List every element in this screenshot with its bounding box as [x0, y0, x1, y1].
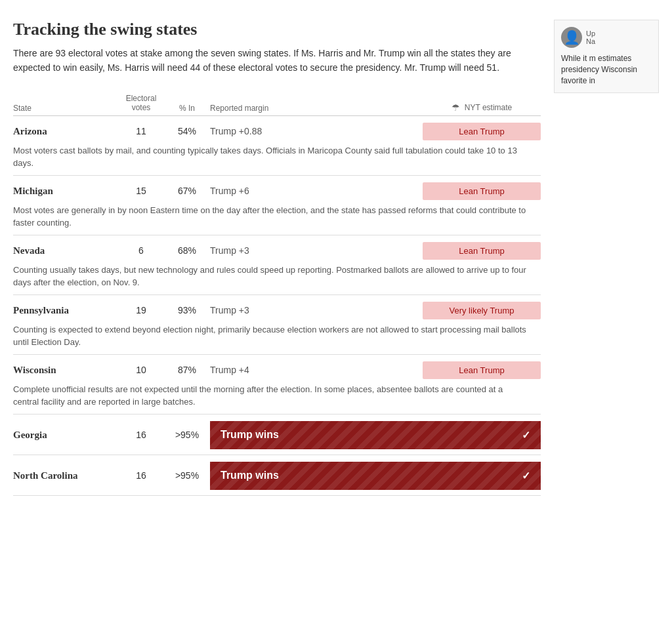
- state-row: Wisconsin 10 87% Trump +4 Lean Trump Com…: [13, 355, 541, 415]
- state-name: Pennsylvania: [13, 305, 118, 316]
- state-main-row: Georgia 16 >95% Trump wins ✓: [13, 421, 541, 449]
- lean-trump-badge: Lean Trump: [423, 361, 541, 379]
- state-pct: 87%: [164, 365, 210, 375]
- state-ev: 10: [118, 365, 164, 375]
- state-name: Georgia: [13, 430, 118, 441]
- state-estimate-cell: Very likely Trump: [423, 302, 541, 319]
- page-title: Tracking the swing states: [13, 20, 541, 39]
- state-note: Complete unofficial results are not expe…: [13, 383, 541, 409]
- state-margin: Trump +3: [210, 245, 423, 256]
- trump-wins-cell: Trump wins ✓: [210, 421, 541, 449]
- th-electoral-votes: Electoral votes: [118, 94, 164, 113]
- sidebar: 👤 Up Na While it m estimates presidency …: [554, 20, 659, 93]
- table-header: State Electoral votes % In Reported marg…: [13, 91, 541, 116]
- state-row: Michigan 15 67% Trump +6 Lean Trump Most…: [13, 176, 541, 235]
- state-ev: 16: [118, 470, 164, 481]
- checkmark-icon: ✓: [522, 470, 530, 482]
- lean-trump-badge: Lean Trump: [423, 242, 541, 260]
- sidebar-description: While it m estimates presidency Wisconsi…: [561, 53, 652, 86]
- state-ev: 11: [118, 126, 164, 136]
- state-pct: >95%: [164, 430, 210, 440]
- states-table: Arizona 11 54% Trump +0.88 Lean Trump Mo…: [13, 116, 541, 496]
- state-name: Arizona: [13, 126, 118, 137]
- trump-wins-text: Trump wins: [220, 470, 279, 481]
- state-note: Counting is expected to extend beyond el…: [13, 323, 541, 349]
- trump-wins-text: Trump wins: [220, 429, 279, 441]
- trump-wins-bar: Trump wins ✓: [210, 462, 541, 490]
- state-row: Georgia 16 >95% Trump wins ✓: [13, 415, 541, 455]
- state-pct: 54%: [164, 126, 210, 136]
- th-nyt-estimate: ☂ NYT estimate: [423, 102, 541, 113]
- state-note: Counting usually takes days, but new tec…: [13, 264, 541, 289]
- state-estimate-cell: Lean Trump: [423, 123, 541, 140]
- state-pct: 68%: [164, 245, 210, 256]
- state-name: Wisconsin: [13, 365, 118, 376]
- th-state: State: [13, 104, 118, 113]
- intro-text: There are 93 electoral votes at stake am…: [13, 46, 541, 75]
- state-margin: Trump +6: [210, 186, 423, 196]
- state-name: Michigan: [13, 186, 118, 197]
- state-margin: Trump +0.88: [210, 126, 423, 136]
- lean-trump-badge: Lean Trump: [423, 182, 541, 200]
- very-likely-trump-badge: Very likely Trump: [423, 302, 541, 319]
- state-row: Nevada 6 68% Trump +3 Lean Trump Countin…: [13, 235, 541, 295]
- state-main-row: Arizona 11 54% Trump +0.88 Lean Trump: [13, 123, 541, 140]
- avatar: 👤: [561, 27, 582, 48]
- state-main-row: Wisconsin 10 87% Trump +4 Lean Trump: [13, 361, 541, 379]
- state-ev: 6: [118, 245, 164, 256]
- state-ev: 15: [118, 186, 164, 196]
- page-wrapper: Tracking the swing states There are 93 e…: [0, 0, 672, 516]
- checkmark-icon: ✓: [522, 429, 530, 441]
- state-estimate-cell: Lean Trump: [423, 242, 541, 260]
- sidebar-avatar: 👤 Up Na: [561, 27, 652, 48]
- lean-trump-badge: Lean Trump: [423, 123, 541, 140]
- state-main-row: Pennsylvania 19 93% Trump +3 Very likely…: [13, 302, 541, 319]
- state-note: Most voters cast ballots by mail, and co…: [13, 144, 541, 170]
- state-main-row: North Carolina 16 >95% Trump wins ✓: [13, 462, 541, 490]
- state-margin: Trump +4: [210, 365, 423, 375]
- state-pct: >95%: [164, 470, 210, 481]
- state-name: Nevada: [13, 245, 118, 256]
- state-ev: 16: [118, 430, 164, 440]
- state-row: Pennsylvania 19 93% Trump +3 Very likely…: [13, 295, 541, 355]
- state-note: Most votes are generally in by noon East…: [13, 204, 541, 230]
- state-estimate-cell: Lean Trump: [423, 361, 541, 379]
- state-row: North Carolina 16 >95% Trump wins ✓: [13, 455, 541, 496]
- umbrella-icon: ☂: [452, 102, 460, 113]
- state-main-row: Michigan 15 67% Trump +6 Lean Trump: [13, 182, 541, 200]
- state-ev: 19: [118, 305, 164, 315]
- th-pct-in: % In: [164, 104, 210, 113]
- th-reported-margin: Reported margin: [210, 104, 423, 113]
- state-margin: Trump +3: [210, 305, 423, 315]
- state-row: Arizona 11 54% Trump +0.88 Lean Trump Mo…: [13, 116, 541, 176]
- state-pct: 67%: [164, 186, 210, 196]
- state-main-row: Nevada 6 68% Trump +3 Lean Trump: [13, 242, 541, 260]
- sidebar-up-label: Up Na: [586, 30, 595, 45]
- trump-wins-cell: Trump wins ✓: [210, 462, 541, 490]
- state-name: North Carolina: [13, 470, 118, 481]
- trump-wins-bar: Trump wins ✓: [210, 421, 541, 449]
- main-content: Tracking the swing states There are 93 e…: [13, 20, 541, 496]
- state-estimate-cell: Lean Trump: [423, 182, 541, 200]
- state-pct: 93%: [164, 305, 210, 315]
